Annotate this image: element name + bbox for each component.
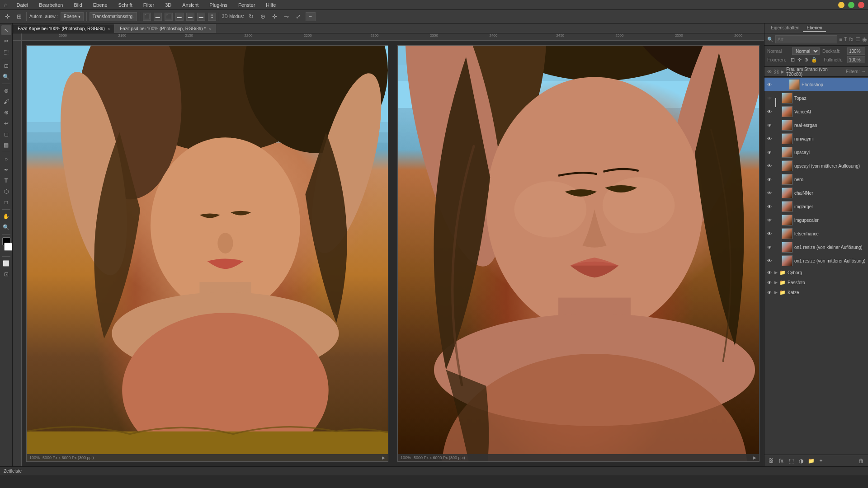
layer-item-upscayl-mittlere[interactable]: 👁 upscayl (von mittlerer Auflösung) bbox=[764, 159, 868, 173]
eraser-tool[interactable]: ◻ bbox=[1, 129, 11, 139]
layer-item-upscayl[interactable]: 👁 upscayl bbox=[764, 145, 868, 159]
align-bottom-btn[interactable]: ▬ bbox=[197, 13, 205, 21]
layer-visibility-chainner[interactable]: 👁 bbox=[766, 190, 773, 196]
zoom-tool[interactable]: 🔍 bbox=[1, 222, 11, 232]
align-left-btn[interactable]: ⬛ bbox=[143, 13, 151, 21]
group-expand-katze[interactable]: ▶ bbox=[774, 290, 778, 295]
tab-eigenschaften[interactable]: Eigenschaften bbox=[767, 24, 803, 32]
lock-artboard-btn[interactable]: ⊕ bbox=[804, 57, 808, 63]
canvas-tab-left-close[interactable]: × bbox=[108, 27, 110, 31]
layer-visibility-on1-klein[interactable]: 👁 bbox=[766, 244, 773, 250]
add-group-btn[interactable]: 📁 bbox=[807, 457, 815, 465]
layer-item-vancea[interactable]: 👁 VanceAI bbox=[764, 105, 868, 118]
link-layers-btn[interactable]: ⛓ bbox=[767, 457, 775, 465]
align-center-v-btn[interactable]: ▬ bbox=[186, 13, 194, 21]
menu-item-datei[interactable]: Datei bbox=[14, 1, 30, 9]
marquee-tool[interactable]: ⬚ bbox=[1, 47, 11, 57]
group-visibility-katze[interactable]: 👁 bbox=[766, 289, 773, 296]
layer-item-nero[interactable]: 👁 nero bbox=[764, 173, 868, 186]
pen-tool[interactable]: ✒ bbox=[1, 165, 11, 175]
layer-mode-dropdown[interactable]: Ebene ▾ bbox=[61, 12, 84, 21]
slide-3d-btn[interactable]: ⊸ bbox=[282, 12, 291, 21]
layer-visibility-imglarger[interactable]: 👁 bbox=[766, 203, 773, 210]
filter-color-icon[interactable]: ◉ bbox=[862, 36, 867, 42]
dodge-tool[interactable]: ○ bbox=[1, 154, 11, 164]
menu-item-filter[interactable]: Filter bbox=[142, 1, 156, 9]
align-top-btn[interactable]: ▬ bbox=[175, 13, 184, 21]
menu-item-bild[interactable]: Bild bbox=[72, 1, 84, 9]
background-color[interactable] bbox=[4, 243, 12, 251]
add-mask-btn[interactable]: ⬚ bbox=[787, 457, 795, 465]
clone-tool[interactable]: ⊕ bbox=[1, 108, 11, 117]
orbit-3d-btn[interactable]: ⊕ bbox=[259, 12, 268, 21]
layer-visibility-upscayl[interactable]: 👁 bbox=[766, 149, 773, 155]
menu-item-3d[interactable]: 3D bbox=[163, 1, 173, 9]
delete-layer-btn[interactable]: 🗑 bbox=[857, 457, 865, 465]
menu-item-schrift[interactable]: Schrift bbox=[117, 1, 134, 9]
shape-tool[interactable]: □ bbox=[1, 197, 11, 207]
add-adjustment-btn[interactable]: ◑ bbox=[797, 457, 805, 465]
layers-list[interactable]: 👁 Photoshop 👁 Topaz bbox=[764, 77, 868, 455]
distribute-h-btn[interactable]: ⠿ bbox=[208, 13, 216, 21]
layer-visibility-runwaymi[interactable]: 👁 bbox=[766, 136, 773, 142]
layer-visibility-photoshop[interactable]: 👁 bbox=[766, 81, 773, 88]
maximize-button[interactable] bbox=[848, 2, 854, 8]
more-options-btn[interactable]: ··· bbox=[306, 12, 316, 21]
layer-item-imgupscaler[interactable]: 👁 imgupscaler bbox=[764, 213, 868, 227]
add-style-btn[interactable]: fx bbox=[777, 457, 785, 465]
layer-item-real-esrgan[interactable]: 👁 real-esrgan bbox=[764, 118, 868, 132]
arrange-icon[interactable]: ⊞ bbox=[14, 12, 24, 21]
lasso-tool[interactable]: ✂ bbox=[1, 36, 11, 46]
gradient-tool[interactable]: ▤ bbox=[1, 140, 11, 150]
layer-link-icon[interactable]: ⛓ bbox=[774, 69, 779, 75]
menu-item-ansicht[interactable]: Ansicht bbox=[180, 1, 200, 9]
group-visibility-passfoto[interactable]: 👁 bbox=[766, 279, 773, 286]
group-expand-passfoto[interactable]: ▶ bbox=[774, 280, 778, 285]
filter-type-icon[interactable]: T bbox=[844, 36, 847, 42]
layer-visibility-toggle[interactable]: 👁 bbox=[767, 69, 772, 75]
menu-item-fenster[interactable]: Fenster bbox=[236, 1, 257, 9]
brush-tool[interactable]: 🖌 bbox=[1, 97, 11, 107]
tab-ebenen[interactable]: Ebenen bbox=[803, 24, 826, 32]
crop-tool[interactable]: ⊡ bbox=[1, 61, 11, 71]
lock-move-btn[interactable]: ✛ bbox=[797, 57, 802, 63]
add-layer-btn[interactable]: + bbox=[817, 457, 825, 465]
group-expand-cyborg[interactable]: ▶ bbox=[774, 270, 778, 275]
layer-item-letsenhance[interactable]: 👁 letsenhance bbox=[764, 227, 868, 240]
layer-visibility-letsenhance[interactable]: 👁 bbox=[766, 230, 773, 237]
opacity-input[interactable] bbox=[847, 47, 865, 55]
spot-heal-tool[interactable]: ⊛ bbox=[1, 86, 11, 96]
layer-item-on1-mittlere[interactable]: 👁 on1 resize (von mittlerer Auflösung) bbox=[764, 254, 868, 267]
scale-3d-btn[interactable]: ⤢ bbox=[294, 12, 303, 21]
layer-expand-all[interactable]: ▶ bbox=[781, 69, 784, 74]
canvas-nav-left[interactable]: ▶ bbox=[382, 455, 385, 460]
hand-tool[interactable]: ✋ bbox=[1, 211, 11, 221]
layer-visibility-topaz[interactable]: 👁 bbox=[766, 95, 773, 101]
pan-3d-btn[interactable]: ✛ bbox=[270, 12, 279, 21]
layer-item-imglarger[interactable]: 👁 imglarger bbox=[764, 200, 868, 213]
layer-visibility-vancea[interactable]: 👁 bbox=[766, 108, 773, 115]
canvas-tab-right[interactable]: Fazit.psd bei 100% (Photoshop, RGB/8#) *… bbox=[115, 24, 216, 33]
fill-input[interactable] bbox=[847, 56, 865, 63]
type-tool[interactable]: T bbox=[1, 176, 11, 186]
menu-item-hilfe[interactable]: Hilfe bbox=[264, 1, 278, 9]
layer-item-chainner[interactable]: 👁 chaiNNer bbox=[764, 186, 868, 200]
blend-mode-dropdown[interactable]: Normal bbox=[792, 47, 820, 55]
menu-item-bearbeiten[interactable]: Bearbeiten bbox=[37, 1, 65, 9]
path-tool[interactable]: ⬡ bbox=[1, 187, 11, 197]
close-button[interactable] bbox=[858, 2, 864, 8]
layer-visibility-nero[interactable]: 👁 bbox=[766, 176, 773, 183]
eyedropper-tool[interactable]: 🔍 bbox=[1, 72, 11, 82]
layer-visibility-imgupscaler[interactable]: 👁 bbox=[766, 217, 773, 223]
menu-item-plugins[interactable]: Plug-ins bbox=[208, 1, 229, 9]
layers-search-input[interactable] bbox=[775, 35, 837, 43]
layer-visibility-real-esrgan[interactable]: 👁 bbox=[766, 122, 773, 128]
align-center-h-btn[interactable]: ▬ bbox=[154, 13, 162, 21]
layer-visibility-on1-mittlere[interactable]: 👁 bbox=[766, 258, 773, 264]
app-home-icon[interactable]: ⌂ bbox=[4, 1, 7, 9]
canvas-tab-right-close[interactable]: × bbox=[208, 27, 211, 31]
lock-all-btn[interactable]: 🔒 bbox=[811, 57, 817, 63]
screen-mode-btn[interactable]: ⊡ bbox=[1, 269, 11, 279]
layer-item-runwaymi[interactable]: 👁 runwaymi bbox=[764, 132, 868, 145]
group-visibility-cyborg[interactable]: 👁 bbox=[766, 269, 773, 276]
